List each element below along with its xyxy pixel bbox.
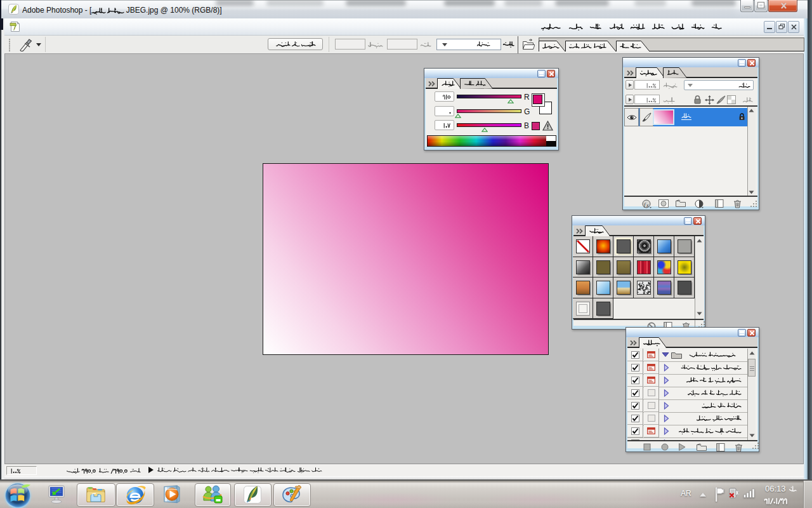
svg-text:x: x bbox=[646, 203, 649, 208]
